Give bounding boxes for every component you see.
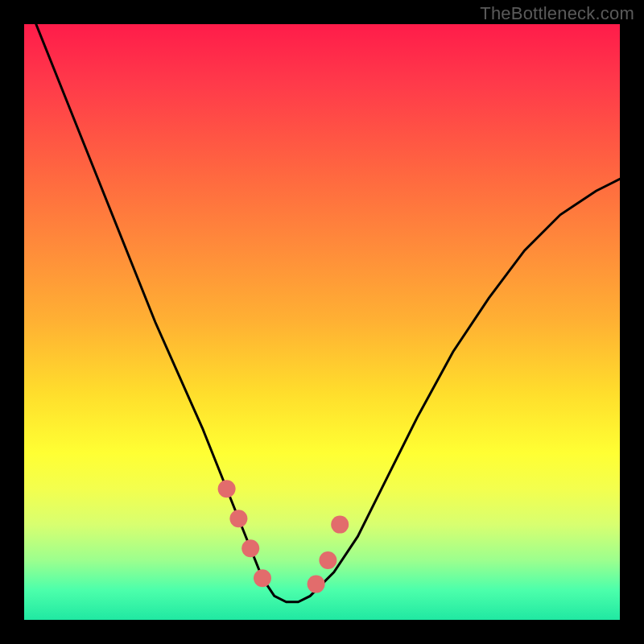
chart-svg — [24, 24, 620, 620]
highlight-dot — [229, 510, 247, 527]
chart-frame: TheBottleneck.com — [0, 0, 644, 644]
highlight-dot — [242, 539, 259, 557]
highlight-dot — [254, 569, 271, 587]
highlight-dot — [218, 480, 236, 497]
bottleneck-curve — [36, 24, 620, 602]
highlight-dot — [319, 551, 336, 569]
highlight-dot — [308, 576, 325, 593]
watermark-text: TheBottleneck.com — [480, 3, 634, 24]
highlight-dot — [331, 516, 349, 534]
